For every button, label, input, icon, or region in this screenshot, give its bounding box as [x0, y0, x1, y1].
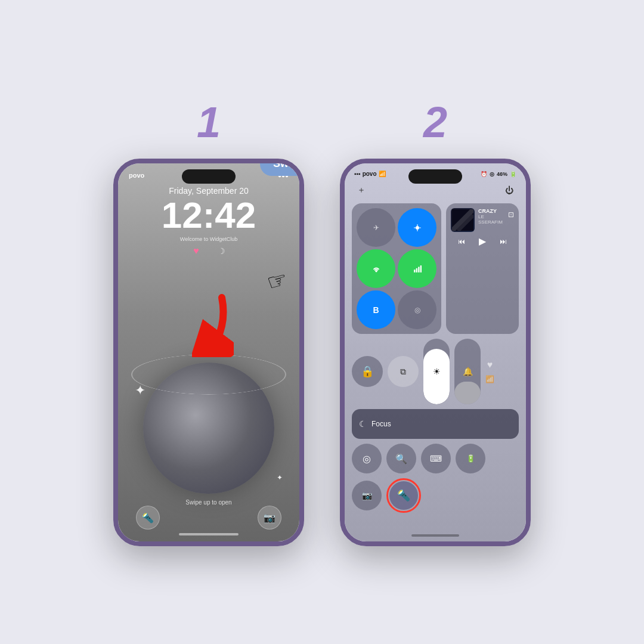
sparkle-1: ✦ [135, 383, 145, 398]
swipe-bubble: Swipe [260, 159, 304, 176]
personal-hotspot-btn[interactable]: ◎ [398, 290, 436, 329]
svg-rect-3 [414, 270, 415, 273]
svg-point-2 [376, 270, 377, 271]
volume-slider[interactable]: 🔔 [454, 339, 481, 404]
cc-row-5: 📷 🔦 [352, 478, 519, 513]
brightness-slider[interactable]: ☀ [423, 339, 450, 404]
cc-alarm-icon: ⏰ [481, 171, 487, 177]
cc-location-icon: ◎ [490, 171, 494, 177]
cc-row-3: ☾ Focus [352, 409, 519, 439]
cc-carrier: povo [363, 171, 377, 177]
music-header: CRAZY LE SSERAFIM ⊡ [451, 208, 514, 232]
planet-ring [131, 354, 286, 394]
flashlight-red-ring: 🔦 [386, 478, 421, 513]
svg-rect-4 [416, 268, 417, 272]
airplay-icon[interactable]: ⊡ [508, 210, 514, 219]
cc-status-right: ⏰ ◎ 46% 🔋 [481, 171, 516, 177]
music-controls: ⏮ ▶ ⏭ [451, 236, 514, 247]
next-track-btn[interactable]: ⏭ [500, 237, 507, 246]
cc-wifi-icon: 📶 [379, 171, 386, 177]
wifi-btn[interactable] [357, 249, 395, 288]
lock-carrier: povo [129, 172, 144, 179]
step-1-number: 1 [197, 98, 221, 147]
music-block[interactable]: CRAZY LE SSERAFIM ⊡ ⏮ ▶ ⏭ [446, 203, 519, 334]
cc-plus-btn[interactable]: ＋ [354, 183, 369, 197]
moon-icon: ☽ [215, 244, 228, 258]
sparkle-2: ✦ [277, 473, 283, 482]
dynamic-island-2 [408, 169, 462, 184]
cc-battery-pct: 46% [497, 171, 507, 177]
lock-time: 12:42 [118, 197, 299, 234]
magnify-btn[interactable]: 🔍 [386, 444, 416, 473]
heart-cc-icon: ♥ [487, 360, 493, 370]
cc-status-left: ▪▪▪ povo 📶 [354, 171, 386, 177]
airplane-mode-btn[interactable]: ✈ [357, 208, 395, 247]
step-2-number: 2 [423, 98, 447, 147]
battery-status-btn[interactable]: 🔋 [456, 444, 485, 473]
music-album-art [451, 208, 475, 232]
cc-home-indicator [411, 534, 459, 537]
lock-icons-row: ♥ ☽ [118, 244, 299, 258]
cc-signal-bars: ▪▪▪ [354, 171, 361, 177]
svg-rect-6 [420, 265, 421, 273]
rotation-lock-btn[interactable]: 🔒 [352, 356, 383, 387]
cc-row-2: 🔒 ⧉ ☀ 🔔 [352, 339, 519, 404]
bluetooth-btn[interactable]: B [357, 290, 395, 329]
calculator-btn[interactable]: ⌨ [421, 444, 451, 473]
prev-track-btn[interactable]: ⏮ [458, 237, 465, 246]
step-1: 1 povo ●●● Friday, September 20 12:42 We… [113, 98, 304, 546]
lock-bottom-bar: 🔦 📷 [118, 506, 299, 530]
shazam-btn[interactable]: ◎ [352, 444, 382, 473]
heart-icon: ♥ [190, 244, 203, 258]
phone-1: povo ●●● Friday, September 20 12:42 Welc… [113, 159, 304, 546]
cc-row-1: ✈ B ◎ [352, 203, 519, 334]
camera-bottom-btn[interactable]: 📷 [258, 506, 281, 530]
control-center: ▪▪▪ povo 📶 ⏰ ◎ 46% 🔋 ＋ ⏻ [345, 163, 526, 541]
music-artist-name: LE SSERAFIM [478, 214, 504, 225]
focus-block[interactable]: ☾ Focus [352, 409, 519, 439]
connectivity-block: ✈ B ◎ [352, 203, 441, 334]
screen-mirror-btn[interactable]: ⧉ [388, 356, 419, 387]
music-info: CRAZY LE SSERAFIM [478, 208, 504, 225]
cc-row-4: ◎ 🔍 ⌨ 🔋 [352, 444, 519, 473]
main-container: 1 povo ●●● Friday, September 20 12:42 We… [113, 98, 531, 546]
flashlight-cc-btn[interactable]: 🔦 [389, 481, 418, 510]
airdrop-btn[interactable] [398, 208, 436, 247]
cc-extras: ♥ 📶 [485, 360, 494, 383]
lock-widget-text: Welcome to WidgetClub [118, 236, 299, 242]
flashlight-bottom-btn[interactable]: 🔦 [136, 506, 160, 530]
signal-cc-icon: 📶 [485, 375, 494, 383]
red-arrow [192, 292, 234, 360]
svg-rect-5 [418, 267, 419, 272]
phone-2: ▪▪▪ povo 📶 ⏰ ◎ 46% 🔋 ＋ ⏻ [340, 159, 531, 546]
step-2: 2 ▪▪▪ povo 📶 ⏰ ◎ 46% 🔋 [340, 98, 531, 546]
camera-cc-btn[interactable]: 📷 [352, 481, 382, 510]
cc-power-btn[interactable]: ⏻ [502, 183, 516, 197]
focus-label: Focus [371, 420, 391, 428]
play-btn[interactable]: ▶ [479, 236, 486, 247]
lock-bottom-swipe-text: Swipe up to open [185, 499, 231, 506]
focus-moon-icon: ☾ [359, 419, 367, 429]
cc-grid: ✈ B ◎ [345, 200, 526, 516]
cc-battery-icon: 🔋 [510, 171, 516, 177]
flashlight-highlight-container: 🔦 [386, 478, 421, 513]
music-song-title: CRAZY [478, 208, 504, 214]
dynamic-island-1 [182, 169, 236, 184]
svg-point-1 [416, 226, 419, 230]
lock-home-indicator [179, 533, 239, 535]
cellular-btn[interactable] [398, 249, 436, 288]
